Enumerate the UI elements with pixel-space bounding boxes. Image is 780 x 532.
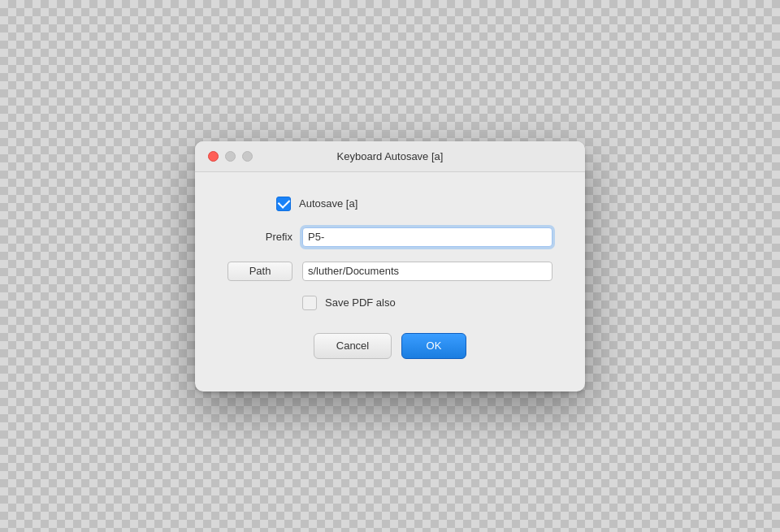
traffic-lights: [208, 151, 253, 162]
autosave-checkbox[interactable]: [276, 197, 291, 211]
path-button[interactable]: Path: [228, 262, 292, 281]
window-title: Keyboard Autosave [a]: [337, 150, 444, 162]
autosave-row: Autosave [a]: [228, 197, 552, 211]
autosave-checkbox-wrapper[interactable]: Autosave [a]: [276, 197, 358, 211]
prefix-label: Prefix: [228, 231, 292, 243]
save-pdf-label: Save PDF also: [325, 296, 396, 309]
ok-button[interactable]: OK: [401, 333, 466, 359]
prefix-input[interactable]: [302, 227, 552, 247]
zoom-button[interactable]: [242, 151, 253, 162]
path-display: s/luther/Documents: [302, 262, 552, 281]
minimize-button[interactable]: [225, 151, 236, 162]
autosave-label: Autosave [a]: [299, 197, 358, 210]
buttons-row: Cancel OK: [228, 333, 552, 367]
path-row: Path s/luther/Documents: [228, 262, 552, 281]
save-pdf-checkbox[interactable]: [302, 296, 317, 310]
titlebar: Keyboard Autosave [a]: [195, 141, 585, 172]
close-button[interactable]: [208, 151, 219, 162]
save-pdf-row: Save PDF also: [228, 296, 552, 310]
window-content: Autosave [a] Prefix Path s/luther/Docume…: [195, 172, 585, 391]
prefix-row: Prefix: [228, 227, 552, 247]
dialog-window: Keyboard Autosave [a] Autosave [a] Prefi…: [195, 141, 585, 391]
cancel-button[interactable]: Cancel: [314, 333, 392, 359]
